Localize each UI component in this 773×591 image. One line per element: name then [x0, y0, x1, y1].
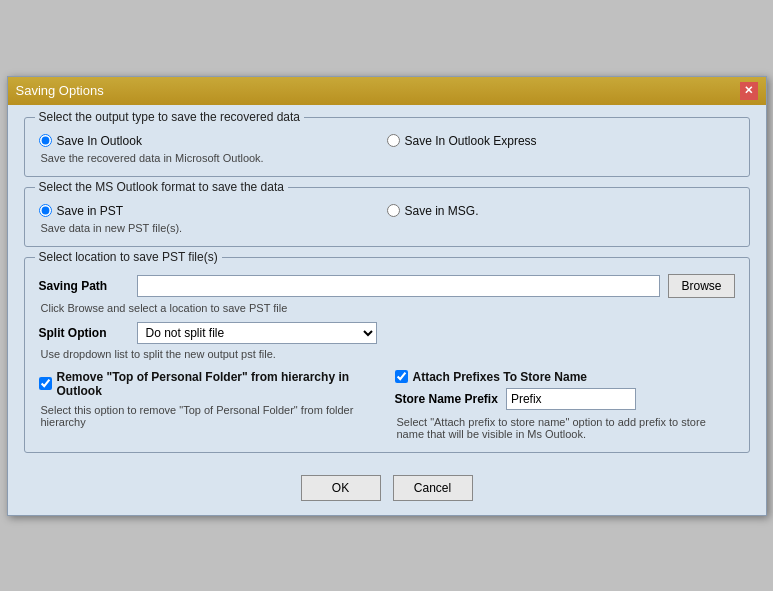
save-location-legend: Select location to save PST file(s) [35, 250, 222, 264]
store-name-hint: Select "Attach prefix to store name" opt… [397, 416, 735, 440]
cancel-button[interactable]: Cancel [393, 475, 473, 501]
title-bar: Saving Options ✕ [8, 77, 766, 105]
save-in-outlook-label: Save In Outlook [57, 134, 142, 148]
dialog-footer: OK Cancel [8, 465, 766, 515]
saving-path-input[interactable] [137, 275, 661, 297]
output-type-inner: Save In Outlook Save In Outlook Express … [39, 134, 735, 164]
remove-folder-label: Remove "Top of Personal Folder" from hie… [57, 370, 379, 398]
split-option-row: Split Option Do not split file Split by … [39, 322, 735, 344]
output-type-group: Select the output type to save the recov… [24, 117, 750, 177]
ok-button[interactable]: OK [301, 475, 381, 501]
save-in-msg-radio[interactable] [387, 204, 400, 217]
remove-folder-row: Remove "Top of Personal Folder" from hie… [39, 370, 379, 398]
remove-folder-checkbox[interactable] [39, 377, 52, 390]
output-type-subtext: Save the recovered data in Microsoft Out… [41, 152, 735, 164]
output-type-legend: Select the output type to save the recov… [35, 110, 305, 124]
save-in-outlook-express-option[interactable]: Save In Outlook Express [387, 134, 735, 148]
save-location-inner: Saving Path Browse Click Browse and sele… [39, 274, 735, 440]
browse-button[interactable]: Browse [668, 274, 734, 298]
save-in-outlook-express-radio[interactable] [387, 134, 400, 147]
attach-prefix-label: Attach Prefixes To Store Name [413, 370, 588, 384]
outlook-format-inner: Save in PST Save in MSG. Save data in ne… [39, 204, 735, 234]
save-in-pst-option[interactable]: Save in PST [39, 204, 387, 218]
attach-prefix-section: Attach Prefixes To Store Name Store Name… [395, 364, 735, 440]
save-in-pst-radio[interactable] [39, 204, 52, 217]
remove-folder-subtext: Select this option to remove "Top of Per… [41, 404, 379, 428]
outlook-format-legend: Select the MS Outlook format to save the… [35, 180, 288, 194]
saving-path-hint: Click Browse and select a location to sa… [41, 302, 735, 314]
save-location-group: Select location to save PST file(s) Savi… [24, 257, 750, 453]
attach-prefix-row: Attach Prefixes To Store Name [395, 370, 735, 384]
remove-folder-section: Remove "Top of Personal Folder" from hie… [39, 364, 379, 440]
save-in-outlook-radio[interactable] [39, 134, 52, 147]
output-type-radio-row: Save In Outlook Save In Outlook Express [39, 134, 735, 148]
bottom-options: Remove "Top of Personal Folder" from hie… [39, 364, 735, 440]
save-in-outlook-option[interactable]: Save In Outlook [39, 134, 387, 148]
dialog-body: Select the output type to save the recov… [8, 105, 766, 465]
save-in-outlook-express-label: Save In Outlook Express [405, 134, 537, 148]
store-name-input[interactable] [506, 388, 636, 410]
outlook-format-group: Select the MS Outlook format to save the… [24, 187, 750, 247]
save-in-pst-label: Save in PST [57, 204, 124, 218]
store-name-label: Store Name Prefix [395, 392, 498, 406]
saving-path-label: Saving Path [39, 279, 129, 293]
outlook-format-radio-row: Save in PST Save in MSG. [39, 204, 735, 218]
close-button[interactable]: ✕ [740, 82, 758, 100]
saving-path-row: Saving Path Browse [39, 274, 735, 298]
saving-options-dialog: Saving Options ✕ Select the output type … [7, 76, 767, 516]
attach-prefix-checkbox[interactable] [395, 370, 408, 383]
save-in-msg-label: Save in MSG. [405, 204, 479, 218]
store-name-row: Store Name Prefix [395, 388, 735, 410]
split-option-label: Split Option [39, 326, 129, 340]
outlook-format-subtext: Save data in new PST file(s). [41, 222, 735, 234]
split-option-dropdown[interactable]: Do not split file Split by 1 GB Split by… [137, 322, 377, 344]
split-hint: Use dropdown list to split the new outpu… [41, 348, 735, 360]
dialog-title: Saving Options [16, 83, 104, 98]
save-in-msg-option[interactable]: Save in MSG. [387, 204, 735, 218]
